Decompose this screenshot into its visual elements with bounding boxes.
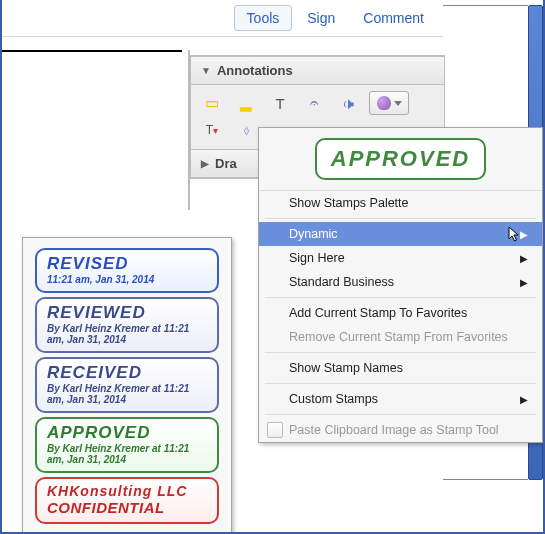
menu-add-favorite[interactable]: Add Current Stamp To Favorites: [259, 301, 542, 325]
stamp-line2: CONFIDENTIAL: [47, 499, 207, 516]
menu-show-palette[interactable]: Show Stamps Palette: [259, 191, 542, 215]
menu-paste-clipboard: Paste Clipboard Image as Stamp Tool: [259, 418, 542, 442]
menu-separator: [265, 383, 536, 384]
cursor-icon: [508, 226, 522, 244]
stamp-tool-dropdown[interactable]: [369, 91, 409, 115]
tool-row-1: ▭ ▂ T 𝄐 🕩: [199, 91, 436, 115]
menu-dynamic-label: Dynamic: [289, 227, 338, 241]
text-tool[interactable]: T: [267, 92, 293, 114]
approved-stamp-preview: APPROVED: [315, 138, 486, 180]
drawing-label: Dra: [215, 156, 237, 171]
stamp-line1: KHKonsulting LLC: [47, 483, 207, 499]
stamp-context-menu: APPROVED Show Stamps Palette Dynamic ▶ S…: [258, 127, 543, 443]
menu-remove-favorite: Remove Current Stamp From Favorites: [259, 325, 542, 349]
toolbar-divider: [2, 36, 443, 37]
menu-show-names[interactable]: Show Stamp Names: [259, 356, 542, 380]
stamp-title: REVISED: [47, 254, 207, 274]
annotations-header[interactable]: ▼ Annotations: [191, 56, 444, 85]
menu-standard-business[interactable]: Standard Business▶: [259, 270, 542, 294]
stamp-title: REVIEWED: [47, 303, 207, 323]
collapse-icon: ▼: [201, 65, 211, 76]
menu-separator: [265, 414, 536, 415]
stamp-approved[interactable]: APPROVED By Karl Heinz Kremer at 11:21 a…: [35, 417, 219, 473]
stamp-subtitle: By Karl Heinz Kremer at 11:21 am, Jan 31…: [47, 323, 207, 345]
menu-custom-stamps[interactable]: Custom Stamps▶: [259, 387, 542, 411]
stamp-icon: [377, 96, 391, 110]
text-annot-tool[interactable]: T▾: [199, 119, 225, 141]
stamp-subtitle: By Karl Heinz Kremer at 11:21 am, Jan 31…: [47, 383, 207, 405]
stamp-reviewed[interactable]: REVIEWED By Karl Heinz Kremer at 11:21 a…: [35, 297, 219, 353]
comment-tab[interactable]: Comment: [350, 5, 437, 31]
chevron-down-icon: [394, 101, 402, 106]
stamp-received[interactable]: RECEIVED By Karl Heinz Kremer at 11:21 a…: [35, 357, 219, 413]
stamp-subtitle: 11:21 am, Jan 31, 2014: [47, 274, 207, 285]
menu-separator: [265, 297, 536, 298]
submenu-arrow-icon: ▶: [520, 394, 528, 405]
menu-dynamic[interactable]: Dynamic ▶: [259, 222, 542, 246]
annotations-label: Annotations: [217, 63, 293, 78]
replace-text-tool[interactable]: ⎀: [233, 119, 259, 141]
submenu-arrow-icon: ▶: [520, 277, 528, 288]
submenu-arrow-icon: ▶: [520, 253, 528, 264]
stamp-title: RECEIVED: [47, 363, 207, 383]
sign-tab[interactable]: Sign: [294, 5, 348, 31]
highlight-tool[interactable]: ▂: [233, 92, 259, 114]
top-toolbar: Tools Sign Comment: [228, 0, 443, 36]
document-top-rule: [2, 50, 182, 52]
stamp-title: APPROVED: [47, 423, 207, 443]
stamp-confidential[interactable]: KHKonsulting LLC CONFIDENTIAL: [35, 477, 219, 524]
sound-tool[interactable]: 🕩: [335, 92, 361, 114]
expand-icon: ▶: [201, 158, 209, 169]
menu-sign-here[interactable]: Sign Here▶: [259, 246, 542, 270]
stamp-subtitle: By Karl Heinz Kremer at 11:21 am, Jan 31…: [47, 443, 207, 465]
sticky-note-tool[interactable]: ▭: [199, 92, 225, 114]
stamp-revised[interactable]: REVISED 11:21 am, Jan 31, 2014: [35, 248, 219, 293]
stamp-preview-area: APPROVED: [259, 128, 542, 191]
menu-separator: [265, 352, 536, 353]
menu-separator: [265, 218, 536, 219]
tools-tab[interactable]: Tools: [234, 5, 293, 31]
dynamic-stamps-submenu: REVISED 11:21 am, Jan 31, 2014 REVIEWED …: [22, 237, 232, 534]
attach-tool[interactable]: 𝄐: [301, 92, 327, 114]
